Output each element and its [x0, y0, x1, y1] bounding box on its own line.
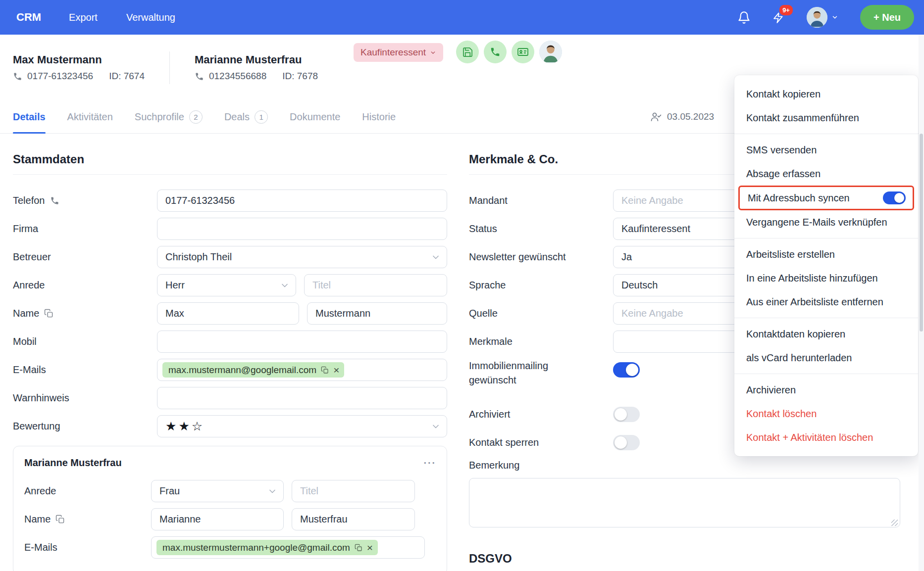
betreuer-select[interactable]: Christoph Theil	[157, 246, 447, 268]
chevron-down-icon	[431, 422, 441, 431]
menu-item-label: Kontakt zusammenführen	[746, 112, 859, 124]
menu-item-kontakt-aktivitaeten-loeschen[interactable]: Kontakt + Aktivitäten löschen	[734, 426, 918, 449]
betreuer-value: Christoph Theil	[165, 251, 232, 263]
menu-item-vergangene-emails-verknuepfen[interactable]: Vergangene E-Mails verknüpfen	[734, 210, 918, 234]
resize-handle-icon[interactable]	[891, 520, 898, 526]
name-row-secondary: Name	[24, 508, 436, 530]
copy-icon[interactable]	[55, 515, 65, 524]
menu-item-kontakt-loeschen[interactable]: Kontakt löschen	[734, 402, 918, 426]
merkmale-label: Merkmale	[469, 336, 513, 347]
app-logo[interactable]: CRM	[16, 11, 41, 24]
secondary-contact-card: Marianne Musterfrau ⋯ Anrede Frau	[13, 446, 447, 571]
menu-item-arbeitsliste-erstellen[interactable]: Arbeitsliste erstellen	[734, 242, 918, 266]
scrollbar-thumb[interactable]	[920, 134, 923, 332]
activity-bolt-icon[interactable]: 9+	[772, 11, 785, 24]
tab-suchprofile[interactable]: Suchprofile 2	[135, 100, 203, 133]
menu-item-archivieren[interactable]: Archivieren	[734, 378, 918, 402]
save-contact-icon[interactable]	[456, 41, 479, 63]
menu-item-vcard-herunterladen[interactable]: als vCard herunterladen	[734, 346, 918, 370]
user-avatar[interactable]	[807, 7, 827, 28]
menu-divider	[734, 374, 918, 374]
chevron-down-icon	[431, 252, 441, 262]
menu-item-sms-versenden[interactable]: SMS versenden	[734, 138, 918, 162]
secondary-card-more-button[interactable]: ⋯	[423, 456, 436, 469]
emails-field-secondary[interactable]: max.mustermustermann+google@gmail.com ×	[151, 536, 425, 559]
menu-item-kontakt-zusammenfuehren[interactable]: Kontakt zusammenführen	[734, 106, 918, 130]
status-badge[interactable]: Kaufinteressent	[354, 43, 443, 62]
new-button[interactable]: + Neu	[860, 5, 914, 30]
menu-item-label: Aus einer Arbeitsliste entfernen	[746, 296, 883, 308]
archiviert-toggle[interactable]	[613, 407, 640, 422]
menu-item-label: Kontakt löschen	[746, 408, 817, 420]
kontakt-sperren-label: Kontakt sperren	[469, 437, 539, 448]
phone-icon[interactable]	[50, 196, 59, 205]
secondary-contact-phone: 01234556688	[209, 71, 266, 82]
betreuer-label: Betreuer	[13, 251, 51, 263]
nachname-input-secondary[interactable]	[292, 508, 415, 530]
remove-email-icon[interactable]: ×	[333, 365, 339, 375]
tab-aktivitaeten[interactable]: Aktivitäten	[67, 100, 113, 133]
bewertung-select[interactable]: ★★☆	[157, 415, 447, 437]
menu-item-label: In eine Arbeitsliste hinzufügen	[746, 273, 878, 284]
newsletter-label: Newsletter gewünscht	[469, 251, 566, 263]
adressbuch-sync-toggle[interactable]	[883, 191, 906, 204]
copy-icon[interactable]	[321, 366, 329, 374]
kontakt-sperren-toggle[interactable]	[613, 435, 640, 450]
vorname-input[interactable]	[157, 302, 299, 325]
telefon-input[interactable]	[157, 190, 447, 212]
anrede-value: Herr	[165, 280, 185, 291]
email-chip-text: max.mustermustermann+google@gmail.com	[162, 542, 350, 553]
bemerkung-label: Bemerkung	[469, 460, 519, 471]
name-label: Name	[24, 514, 51, 525]
titel-input-secondary[interactable]	[292, 480, 415, 502]
menu-item-kontakt-kopieren[interactable]: Kontakt kopieren	[734, 82, 918, 106]
nachname-input[interactable]	[307, 302, 447, 325]
user-menu[interactable]	[807, 7, 838, 28]
tab-historie[interactable]: Historie	[362, 100, 396, 133]
rating-stars: ★★☆	[165, 419, 205, 433]
copy-icon[interactable]	[355, 544, 362, 552]
vorname-input-secondary[interactable]	[151, 508, 284, 530]
menu-item-kontaktdaten-kopieren[interactable]: Kontaktdaten kopieren	[734, 322, 918, 346]
tab-label: Deals	[224, 111, 250, 123]
copy-icon[interactable]	[44, 309, 53, 318]
chevron-down-icon	[430, 49, 436, 56]
remove-email-icon[interactable]: ×	[367, 542, 373, 553]
mobil-row: Mobil	[13, 331, 447, 353]
contact-avatar[interactable]	[539, 41, 562, 63]
menu-item-absage-erfassen[interactable]: Absage erfassen	[734, 162, 918, 186]
tab-label: Historie	[362, 111, 396, 123]
bemerkung-block: Bemerkung	[469, 460, 900, 529]
tab-details[interactable]: Details	[13, 100, 46, 133]
primary-contact-phone: 0177-61323456	[27, 71, 93, 82]
tab-deals[interactable]: Deals 1	[224, 100, 268, 133]
page-scrollbar[interactable]	[919, 35, 924, 571]
created-date: 03.05.2023	[667, 111, 714, 122]
nav-export[interactable]: Export	[69, 12, 98, 23]
menu-item-arbeitsliste-hinzufuegen[interactable]: In eine Arbeitsliste hinzufügen	[734, 266, 918, 290]
emails-field[interactable]: max.mustermann@googlemail.com ×	[157, 359, 447, 381]
menu-item-label: Kontakt kopieren	[746, 89, 821, 100]
notifications-bell-icon[interactable]	[737, 11, 751, 24]
anrede-label: Anrede	[24, 485, 56, 497]
secondary-contact-name: Marianne Musterfrau	[195, 53, 318, 66]
tab-dokumente[interactable]: Dokumente	[290, 100, 340, 133]
menu-item-label: Arbeitsliste erstellen	[746, 249, 835, 260]
vcard-icon[interactable]	[512, 41, 534, 63]
menu-item-mit-adressbuch-syncen[interactable]: Mit Adressbuch syncen	[738, 186, 914, 210]
immobilienmailing-toggle[interactable]	[613, 362, 640, 378]
call-contact-icon[interactable]	[484, 41, 507, 63]
tab-count-badge: 1	[255, 110, 268, 124]
menu-divider	[734, 134, 918, 134]
bemerkung-textarea[interactable]	[469, 478, 900, 527]
nav-verwaltung[interactable]: Verwaltung	[126, 12, 175, 23]
menu-item-arbeitsliste-entfernen[interactable]: Aus einer Arbeitsliste entfernen	[734, 290, 918, 314]
firma-input[interactable]	[157, 218, 447, 240]
mobil-input[interactable]	[157, 331, 447, 353]
anrede-select[interactable]: Herr	[157, 274, 296, 296]
telefon-row: Telefon	[13, 190, 447, 212]
menu-item-label: Kontakt + Aktivitäten löschen	[746, 432, 873, 443]
warnhinweis-input[interactable]	[157, 387, 447, 409]
anrede-select-secondary[interactable]: Frau	[151, 480, 284, 502]
titel-input[interactable]	[304, 274, 447, 296]
